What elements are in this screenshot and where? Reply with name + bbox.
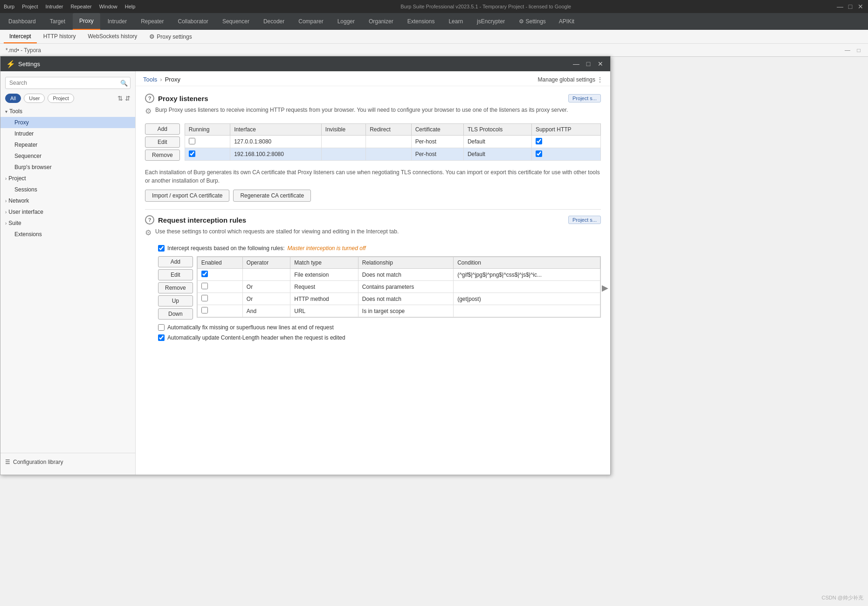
tab-learn[interactable]: Learn bbox=[442, 13, 469, 30]
tab-settings[interactable]: ⚙ Settings bbox=[512, 13, 552, 30]
typora-controls: — □ bbox=[844, 47, 862, 54]
sub-tabs: Intercept HTTP history WebSockets histor… bbox=[0, 30, 868, 44]
menu-burp[interactable]: Burp bbox=[4, 4, 14, 9]
tab-logger[interactable]: Logger bbox=[331, 13, 361, 30]
tab-intruder[interactable]: Intruder bbox=[101, 13, 133, 30]
tab-dashboard[interactable]: Dashboard bbox=[2, 13, 42, 30]
sub-tab-websockets[interactable]: WebSockets history bbox=[83, 30, 143, 43]
tab-comparer[interactable]: Comparer bbox=[292, 13, 330, 30]
maximize-btn[interactable]: □ bbox=[847, 3, 854, 10]
settings-titlebar: ⚡ Settings — □ ✕ bbox=[0, 56, 610, 57]
menu-bar: Burp Project Intruder Repeater Window He… bbox=[4, 4, 135, 9]
tab-jsencrypter[interactable]: jsEncrypter bbox=[470, 13, 511, 30]
menu-intruder[interactable]: Intruder bbox=[46, 4, 63, 9]
sub-tab-proxy-settings[interactable]: ⚙ Proxy settings bbox=[144, 31, 197, 42]
typora-titlebar: *.md• - Typora — □ bbox=[0, 44, 868, 57]
main-tabs: Dashboard Target Proxy Intruder Repeater… bbox=[0, 13, 868, 30]
sub-tab-http-history[interactable]: HTTP history bbox=[38, 30, 82, 43]
menu-window[interactable]: Window bbox=[99, 4, 117, 9]
gear-icon: ⚙ bbox=[149, 33, 155, 40]
tab-extensions[interactable]: Extensions bbox=[401, 13, 441, 30]
tab-organizer[interactable]: Organizer bbox=[362, 13, 400, 30]
tab-sequencer[interactable]: Sequencer bbox=[216, 13, 256, 30]
window-controls: — □ ✕ bbox=[836, 3, 864, 10]
tab-target[interactable]: Target bbox=[43, 13, 72, 30]
typora-maximize[interactable]: □ bbox=[855, 47, 862, 54]
minimize-btn[interactable]: — bbox=[836, 3, 844, 10]
menu-repeater[interactable]: Repeater bbox=[70, 4, 91, 9]
app-title: Burp Suite Professional v2023.5.1 - Temp… bbox=[135, 4, 836, 9]
close-btn[interactable]: ✕ bbox=[857, 3, 864, 10]
tab-apikit[interactable]: APIKit bbox=[553, 16, 580, 27]
typora-title: *.md• - Typora bbox=[6, 47, 41, 54]
tab-collaborator[interactable]: Collaborator bbox=[172, 13, 215, 30]
tab-proxy[interactable]: Proxy bbox=[73, 13, 100, 30]
tab-decoder[interactable]: Decoder bbox=[257, 13, 291, 30]
sub-tab-intercept[interactable]: Intercept bbox=[4, 30, 37, 43]
title-bar: Burp Project Intruder Repeater Window He… bbox=[0, 0, 868, 13]
tab-repeater[interactable]: Repeater bbox=[134, 13, 170, 30]
typora-minimize[interactable]: — bbox=[844, 47, 851, 54]
menu-project[interactable]: Project bbox=[22, 4, 38, 9]
menu-help[interactable]: Help bbox=[125, 4, 136, 9]
settings-window: ⚡ Settings — □ ✕ 🔍 All User Project ⇅ bbox=[0, 56, 611, 57]
